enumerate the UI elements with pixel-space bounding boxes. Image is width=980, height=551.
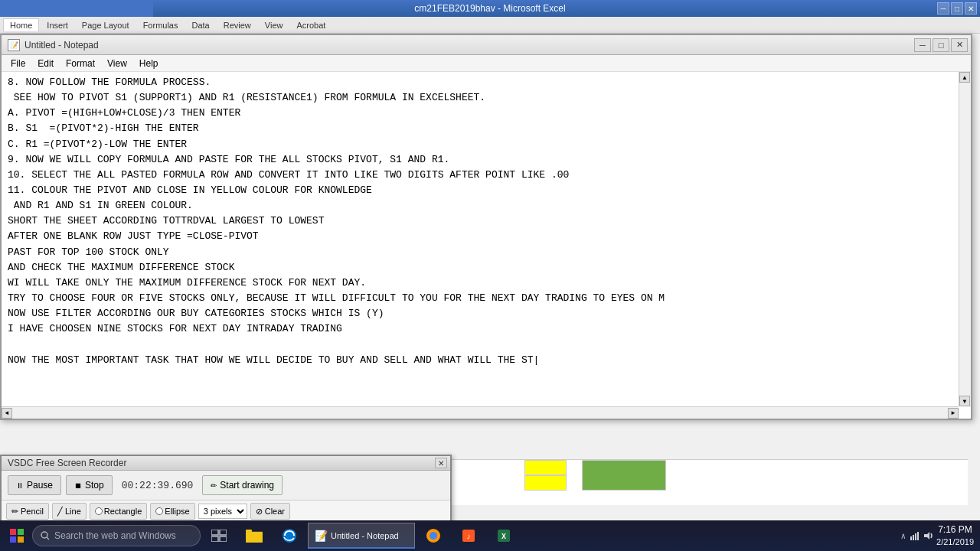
vsdc-rectangle-tool[interactable]: Rectangle — [90, 503, 148, 520]
svg-point-4 — [41, 532, 47, 538]
excel-minimize-btn[interactable]: ─ — [937, 2, 949, 15]
excel-tab-review[interactable]: Review — [217, 19, 257, 31]
taskbar-notepad-window[interactable]: 📝 Untitled - Notepad — [308, 523, 415, 549]
system-tray: ∧ 7:16 PM 2/21/2019 — [894, 520, 980, 551]
taskbar-excel[interactable]: X — [487, 523, 521, 549]
vsdc-pencil-tool[interactable]: ✏ Pencil — [6, 503, 49, 520]
svg-rect-22 — [913, 535, 914, 540]
stop-icon: ⏹ — [74, 481, 82, 490]
excel-tab-insert[interactable]: Insert — [41, 19, 74, 31]
drawing-icon: ✏ — [211, 481, 217, 490]
notepad-window: 📝 Untitled - Notepad ─ □ ✕ File Edit For… — [0, 34, 972, 420]
notepad-scrollbar-vertical[interactable]: ▲ ▼ — [959, 72, 971, 406]
clock-date: 2/21/2019 — [936, 536, 974, 548]
vsdc-close-btn[interactable]: ✕ — [435, 458, 447, 468]
network-icon — [909, 530, 920, 541]
notepad-title: Untitled - Notepad — [24, 40, 99, 51]
svg-rect-2 — [10, 536, 16, 543]
notepad-menu-edit[interactable]: Edit — [31, 57, 60, 70]
notepad-content-area[interactable]: 8. NOW FOLLOW THE FORMULA PROCESS. SEE H… — [2, 72, 971, 419]
yellow-cell-3 — [524, 475, 567, 491]
taskview-icon — [210, 527, 228, 545]
vsdc-pixel-select[interactable]: 3 pixels — [198, 504, 247, 519]
excel-ribbon: Home Insert Page Layout Formulas Data Re… — [0, 17, 980, 34]
green-cell — [582, 460, 666, 491]
volume-icon — [923, 530, 933, 541]
notepad-minimize-btn[interactable]: ─ — [914, 38, 931, 52]
svg-text:♪: ♪ — [466, 533, 471, 541]
taskbar-music-app[interactable]: ♪ — [452, 523, 485, 549]
vsdc-start-drawing-btn[interactable]: ✏ Start drawing — [202, 475, 283, 495]
vsdc-stop-btn[interactable]: ⏹ Stop — [66, 475, 113, 495]
svg-point-16 — [430, 532, 437, 540]
tray-show-hidden[interactable]: ∧ — [900, 531, 906, 541]
taskbar-edge[interactable] — [273, 523, 306, 549]
excel-tab-formulas[interactable]: Formulas — [137, 19, 185, 31]
line-icon: ╱ — [57, 507, 63, 517]
svg-marker-25 — [924, 532, 929, 540]
svg-rect-24 — [917, 532, 919, 540]
notepad-window-controls: ─ □ ✕ — [914, 38, 968, 52]
excel-tab-acrobat[interactable]: Acrobat — [290, 19, 332, 31]
taskbar-file-explorer[interactable] — [237, 523, 271, 549]
excel-maximize-btn[interactable]: □ — [951, 2, 963, 15]
taskbar-search[interactable]: Search the web and Windows — [32, 525, 201, 546]
notepad-close-btn[interactable]: ✕ — [951, 38, 968, 52]
excel-tab-data[interactable]: Data — [185, 19, 215, 31]
taskview-btn[interactable] — [202, 523, 236, 549]
svg-rect-23 — [915, 533, 916, 540]
vsdc-line-tool[interactable]: ╱ Line — [52, 503, 87, 520]
clock-time: 7:16 PM — [936, 523, 974, 536]
taskbar-firefox[interactable] — [416, 523, 450, 549]
system-clock[interactable]: 7:16 PM 2/21/2019 — [936, 523, 974, 548]
svg-rect-12 — [246, 530, 252, 533]
clear-icon: ⊘ — [256, 507, 263, 517]
vsdc-pause-label: Pause — [27, 480, 53, 491]
svg-line-5 — [47, 537, 49, 540]
excel-tab-home[interactable]: Home — [3, 18, 39, 31]
start-button[interactable] — [3, 523, 31, 549]
music-icon: ♪ — [459, 527, 478, 545]
notepad-taskbar-icon: 📝 — [315, 530, 328, 542]
svg-rect-9 — [220, 536, 227, 542]
excel-tab-pagelayout[interactable]: Page Layout — [76, 19, 136, 31]
excel-window-controls: ─ □ ✕ — [937, 2, 977, 15]
edge-icon — [280, 527, 299, 545]
yellow-cell-2 — [524, 460, 567, 475]
vsdc-clear-btn[interactable]: ⊘ Clear — [250, 503, 290, 520]
scroll-up-btn[interactable]: ▲ — [959, 72, 970, 83]
svg-rect-6 — [211, 530, 218, 535]
notepad-menubar: File Edit Format View Help — [2, 55, 971, 72]
scroll-down-btn[interactable]: ▼ — [959, 396, 970, 406]
svg-rect-8 — [211, 536, 218, 542]
excel-close-btn[interactable]: ✕ — [965, 2, 977, 15]
svg-rect-11 — [246, 532, 253, 543]
vsdc-ellipse-tool[interactable]: Ellipse — [150, 503, 194, 520]
notepad-menu-format[interactable]: Format — [60, 57, 101, 70]
vsdc-start-drawing-label: Start drawing — [220, 480, 274, 491]
tray-icons-area: ∧ — [900, 530, 933, 541]
scroll-right-btn[interactable]: ► — [948, 408, 959, 419]
notepad-app-icon: 📝 — [8, 39, 20, 51]
vsdc-controls-area: ⏸ Pause ⏹ Stop 00:22:39.690 ✏ Start draw… — [2, 471, 450, 500]
notepad-menu-view[interactable]: View — [101, 57, 133, 70]
pause-icon: ⏸ — [16, 481, 24, 490]
excel-tab-view[interactable]: View — [259, 19, 289, 31]
svg-rect-0 — [10, 529, 16, 535]
notepad-scrollbar-horizontal[interactable]: ◄ ► — [2, 406, 959, 419]
scroll-left-btn[interactable]: ◄ — [2, 408, 12, 419]
vsdc-drawing-toolbar: ✏ Pencil ╱ Line Rectangle Ellipse 3 pixe… — [2, 500, 450, 522]
excel-quick-access — [0, 0, 153, 17]
file-explorer-icon — [245, 527, 263, 545]
notepad-menu-help[interactable]: Help — [133, 57, 165, 70]
notepad-titlebar: 📝 Untitled - Notepad ─ □ ✕ — [2, 35, 971, 55]
notepad-restore-btn[interactable]: □ — [933, 38, 949, 52]
svg-rect-7 — [220, 530, 227, 535]
svg-rect-1 — [18, 529, 24, 535]
notepad-menu-file[interactable]: File — [5, 57, 31, 70]
vsdc-pause-btn[interactable]: ⏸ Pause — [8, 475, 61, 495]
taskbar: Search the web and Windows — [0, 520, 980, 551]
search-placeholder-text: Search the web and Windows — [54, 530, 176, 541]
pencil-icon: ✏ — [11, 507, 18, 517]
excel-icon: X — [495, 527, 513, 545]
